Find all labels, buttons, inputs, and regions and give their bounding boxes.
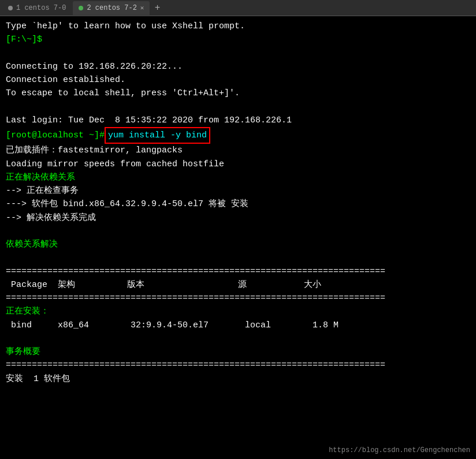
terminal-line: ---> 软件包 bind.x86_64.32.9.9.4-50.el7 将被 … [6, 197, 470, 211]
terminal-text: ========================================… [6, 360, 385, 370]
terminal-line [6, 225, 470, 238]
terminal-line: bind x86_64 32:9.9.4-50.el7 local 1.8 M [6, 319, 470, 332]
terminal-text: --> 解决依赖关系完成 [6, 213, 96, 223]
terminal-line [6, 47, 470, 60]
terminal-text: 正在解决依赖关系 [6, 173, 75, 182]
terminal-text: Last login: Tue Dec 8 15:35:22 2020 from… [6, 115, 292, 125]
terminal-line: Last login: Tue Dec 8 15:35:22 2020 from… [6, 114, 470, 127]
terminal-line: 已加载插件：fastestmirror, langpacks [6, 144, 470, 157]
tab-label-1: 1 centos 7-0 [16, 4, 66, 12]
terminal-area: Type `help' to learn how to use Xshell p… [0, 16, 476, 459]
prompt-text: [root@localhost ~]# [6, 130, 105, 140]
terminal-line: --> 正在检查事务 [6, 184, 470, 197]
terminal-line: 依赖关系解决 [6, 238, 470, 251]
tab-indicator-1 [8, 6, 13, 10]
terminal-text: ========================================… [6, 293, 385, 303]
tab-close-button[interactable]: ✕ [140, 4, 144, 12]
tab-centos-7-0[interactable]: 1 centos 7-0 [2, 1, 72, 15]
terminal-text: 依赖关系解决 [6, 240, 58, 249]
terminal-line: Connecting to 192.168.226.20:22... [6, 60, 470, 73]
terminal-line: To escape to local shell, press 'Ctrl+Al… [6, 87, 470, 100]
tab-add-button[interactable]: + [151, 2, 163, 14]
terminal-line: 事务概要 [6, 345, 470, 359]
terminal-text: Type `help' to learn how to use Xshell p… [6, 21, 245, 31]
watermark: https://blog.csdn.net/Gengchenchen [329, 446, 470, 454]
command-text: yum install -y bind [105, 127, 210, 144]
tab-centos-7-2[interactable]: 2 centos 7-2 ✕ [73, 1, 150, 15]
terminal-text: 已加载插件：fastestmirror, langpacks [6, 145, 183, 155]
terminal-text: 事务概要 [6, 347, 40, 357]
terminal-line: ========================================… [6, 265, 470, 278]
tab-bar: 1 centos 7-0 2 centos 7-2 ✕ + [0, 0, 476, 16]
terminal-line: Type `help' to learn how to use Xshell p… [6, 20, 470, 33]
terminal-line: Loading mirror speeds from cached hostfi… [6, 158, 470, 171]
terminal-text: To escape to local shell, press 'Ctrl+Al… [6, 88, 240, 98]
terminal-text: 安装 1 软件包 [6, 374, 70, 384]
terminal-line: ========================================… [6, 292, 470, 305]
terminal-text: ---> 软件包 bind.x86_64.32.9.9.4-50.el7 将被 … [6, 199, 248, 209]
terminal-text: --> 正在检查事务 [6, 186, 79, 196]
terminal-text: ========================================… [6, 267, 385, 277]
terminal-line [6, 100, 470, 114]
terminal-line: Connection established. [6, 73, 470, 87]
terminal-text: bind x86_64 32:9.9.4-50.el7 local 1.8 M [6, 320, 339, 330]
terminal-line: [F:\~]$ [6, 33, 470, 46]
tab-label-2: 2 centos 7-2 [87, 4, 136, 12]
terminal-line: 安装 1 软件包 [6, 372, 470, 386]
tab-indicator-2 [79, 6, 83, 10]
terminal-text: Connection established. [6, 75, 125, 85]
terminal-line [6, 332, 470, 345]
terminal-line: 正在安装： [6, 305, 470, 318]
terminal-line: Package 架构 版本 源 大小 [6, 278, 470, 292]
terminal-line: --> 解决依赖关系完成 [6, 211, 470, 225]
terminal-text: 正在安装： [6, 307, 49, 316]
terminal-text: Loading mirror speeds from cached hostfi… [6, 159, 224, 169]
terminal-text: Connecting to 192.168.226.20:22... [6, 62, 183, 72]
terminal-line: 正在解决依赖关系 [6, 171, 470, 184]
terminal-line: ========================================… [6, 359, 470, 372]
terminal-line: [root@localhost ~]#yum install -y bind [6, 127, 470, 144]
terminal-text: Package 架构 版本 源 大小 [6, 280, 321, 290]
terminal-line [6, 251, 470, 264]
terminal-text: [F:\~]$ [6, 35, 42, 44]
